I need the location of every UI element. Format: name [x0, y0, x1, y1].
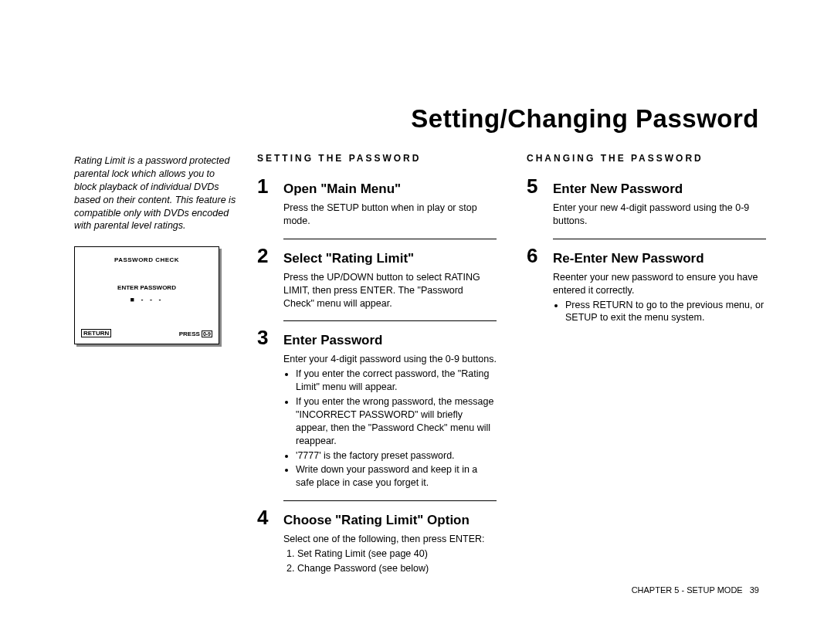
sidebar: Rating Limit is a password protected par… [74, 154, 236, 344]
step-number: 1 [257, 175, 276, 198]
step-body: Reenter your new password to ensure you … [553, 271, 766, 325]
step-title: Select "Rating Limit" [283, 251, 414, 266]
right-column-heading: CHANGING THE PASSWORD [527, 153, 766, 164]
step-number: 5 [527, 175, 545, 198]
screen-enter-label: ENTER PASSWORD [75, 284, 219, 291]
list-item: If you enter the wrong password, the mes… [296, 395, 497, 448]
divider [283, 320, 497, 321]
step-4: 4 Choose "Rating Limit" Option Select on… [257, 506, 497, 575]
step-number: 6 [527, 244, 545, 268]
screen-press-text: PRESS [179, 330, 200, 337]
step-body: Press the SETUP button when in play or s… [283, 202, 497, 228]
step-body-text: Reenter your new password to ensure you … [553, 272, 758, 296]
step-3: 3 Enter Password Enter your 4-digit pass… [257, 326, 497, 490]
list-item: Set Rating Limit (see page 40) [297, 547, 497, 561]
step-title: Re-Enter New Password [553, 251, 704, 266]
page-number: 39 [750, 585, 759, 595]
step-body: Enter your new 4-digit password using th… [553, 202, 766, 228]
page-footer: CHAPTER 5 - SETUP MODE 39 [632, 585, 759, 595]
screen-09-button: 0-9 [202, 330, 212, 337]
step-title: Open "Main Menu" [283, 181, 401, 197]
list-item: Write down your password and keep it in … [296, 463, 497, 490]
list-item: '7777' is the factory preset password. [296, 449, 497, 463]
chapter-label: CHAPTER 5 - SETUP MODE [632, 585, 743, 595]
list-item: Change Password (see below) [297, 562, 497, 575]
divider [553, 239, 766, 239]
step-body-text: Select one of the following, then press … [283, 534, 485, 544]
step-body: Select one of the following, then press … [283, 533, 497, 575]
right-column: CHANGING THE PASSWORD 5 Enter New Passwo… [527, 153, 766, 332]
step-number: 4 [257, 506, 276, 530]
list-item: If you enter the correct password, the "… [296, 368, 497, 394]
step-5: 5 Enter New Password Enter your new 4-di… [527, 175, 766, 228]
ordered-list: Set Rating Limit (see page 40) Change Pa… [283, 547, 497, 575]
step-number: 2 [257, 244, 276, 268]
password-check-screen: PASSWORD CHECK ENTER PASSWORD ■ - - - RE… [74, 246, 219, 344]
list-item: Press RETURN to go to the previous menu,… [565, 299, 766, 325]
step-body: Enter your 4-digit password using the 0-… [283, 353, 497, 490]
left-column-heading: SETTING THE PASSWORD [257, 153, 497, 164]
step-title: Enter Password [283, 333, 383, 348]
step-2: 2 Select "Rating Limit" Press the UP/DOW… [257, 244, 497, 310]
bullet-list: Press RETURN to go to the previous menu,… [553, 299, 766, 325]
step-title: Choose "Rating Limit" Option [283, 513, 470, 528]
screen-return-button: RETURN [81, 329, 111, 337]
screen-press-label: PRESS0-9 [179, 330, 212, 337]
divider [283, 500, 497, 501]
step-body-text: Enter your 4-digit password using the 0-… [283, 354, 497, 364]
screen-cursor: ■ - - - [75, 296, 219, 303]
step-number: 3 [257, 326, 276, 350]
divider [283, 239, 497, 239]
page-title: Setting/Changing Password [411, 104, 759, 134]
step-body: Press the UP/DOWN button to select RATIN… [283, 271, 497, 310]
intro-text: Rating Limit is a password protected par… [74, 154, 236, 232]
step-title: Enter New Password [553, 181, 683, 197]
left-column: SETTING THE PASSWORD 1 Open "Main Menu" … [257, 153, 497, 583]
bullet-list: If you enter the correct password, the "… [283, 368, 497, 490]
page: Setting/Changing Password Rating Limit i… [0, 0, 834, 644]
step-6: 6 Re-Enter New Password Reenter your new… [527, 244, 766, 325]
step-1: 1 Open "Main Menu" Press the SETUP butto… [257, 175, 497, 228]
screen-title: PASSWORD CHECK [75, 256, 219, 263]
